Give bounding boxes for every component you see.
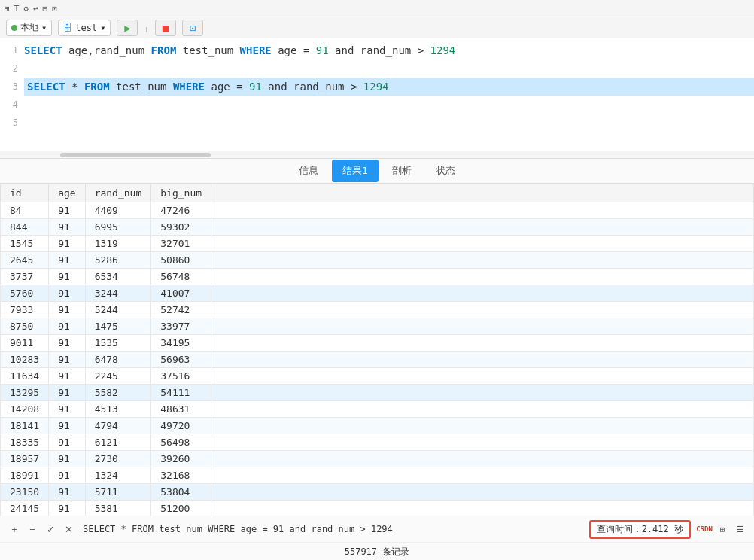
scrollbar-thumb[interactable] — [60, 153, 211, 157]
stop-button[interactable]: ■ — [155, 20, 176, 36]
run-icon: ▶ — [124, 22, 130, 34]
table-row[interactable]: 373791653456748 — [1, 268, 754, 285]
line-number-3: 3 — [0, 78, 24, 96]
col-header-big-num: big_num — [151, 184, 211, 202]
run-label: ╷ — [144, 23, 149, 32]
icon-tool[interactable]: ⚙ — [23, 4, 29, 14]
top-icon-bar: ⊞ T ⚙ ↩ ⊟ ⊡ — [0, 0, 754, 17]
db-chevron-icon: ▾ — [100, 23, 105, 33]
editor-scrollbar-h[interactable] — [0, 151, 754, 159]
icon-undo[interactable]: ↩ — [33, 4, 38, 14]
add-row-button[interactable]: + — [6, 521, 23, 537]
database-selector[interactable]: 🗄 test ▾ — [58, 20, 111, 36]
code-line-4: 4 — [0, 96, 754, 114]
table-row[interactable]: 1895791273039260 — [1, 450, 754, 467]
table-row[interactable]: 1028391647856963 — [1, 351, 754, 367]
cancel-button[interactable]: ✕ — [60, 521, 77, 537]
code-editor[interactable]: 1 SELECT age,rand_num FROM test_num WHER… — [0, 38, 754, 151]
code-content-3: SELECT * FROM test_num WHERE age = 91 an… — [24, 78, 754, 96]
table-row[interactable]: 1833591612156498 — [1, 434, 754, 450]
connection-status-dot — [11, 25, 17, 31]
status-right-icons: CSDN ⊞ ☰ — [697, 522, 748, 537]
table-body: 8491440947246844916995593021545911319327… — [1, 202, 754, 516]
query-time-badge: 查询时间：2.412 秒 — [589, 520, 691, 539]
result-table: id age rand_num big_num 8491440947246844… — [0, 184, 754, 516]
icon-minus-sq[interactable]: ⊟ — [43, 4, 48, 14]
tab-info[interactable]: 信息 — [288, 160, 329, 182]
col-header-id: id — [1, 184, 49, 202]
tab-profile[interactable]: 剖析 — [382, 160, 422, 182]
icon-grid[interactable]: ⊞ — [5, 4, 10, 14]
stop-icon: ■ — [163, 22, 169, 34]
table-row[interactable]: 2315091571153804 — [1, 483, 754, 500]
confirm-button[interactable]: ✓ — [42, 521, 59, 537]
table-row[interactable]: 2414591538151200 — [1, 500, 754, 516]
table-row[interactable]: 901191153534195 — [1, 334, 754, 351]
code-content-5 — [24, 114, 754, 132]
table-row[interactable]: 1329591558254111 — [1, 384, 754, 400]
code-content-1: SELECT age,rand_num FROM test_num WHERE … — [24, 41, 754, 59]
list-view-icon[interactable]: ☰ — [733, 522, 748, 537]
conn-chevron-icon: ▾ — [41, 23, 47, 33]
col-header-rand-num: rand_num — [85, 184, 151, 202]
connection-selector[interactable]: 本地 ▾ — [6, 20, 52, 36]
table-row[interactable]: 1814191479449720 — [1, 417, 754, 434]
table-row[interactable]: 84491699559302 — [1, 218, 754, 235]
table-row[interactable]: 1899191132432168 — [1, 467, 754, 483]
line-number-4: 4 — [0, 96, 24, 114]
table-row[interactable]: 576091324441007 — [1, 285, 754, 301]
toolbar: 本地 ▾ 🗄 test ▾ ▶ ╷ ■ ⊡ — [0, 17, 754, 38]
icon-text[interactable]: T — [14, 4, 20, 14]
database-icon: 🗄 — [63, 23, 72, 33]
table-header-row: id age rand_num big_num — [1, 184, 754, 202]
run-partial-icon: ⊡ — [190, 22, 196, 34]
main-layout: ⊞ T ⚙ ↩ ⊟ ⊡ 本地 ▾ 🗄 test ▾ ▶ ╷ ■ ⊡ — [0, 0, 754, 560]
result-table-wrapper[interactable]: id age rand_num big_num 8491440947246844… — [0, 184, 754, 516]
status-action-buttons: + − ✓ ✕ — [6, 521, 77, 537]
table-row[interactable]: 8491440947246 — [1, 202, 754, 218]
connection-label: 本地 — [20, 21, 38, 34]
line-number-2: 2 — [0, 59, 24, 78]
code-content-4 — [24, 96, 754, 114]
table-row[interactable]: 1420891451348631 — [1, 400, 754, 417]
line-number-5: 5 — [0, 114, 24, 132]
remove-row-button[interactable]: − — [24, 521, 41, 537]
record-count: 557917 条记录 — [0, 542, 754, 560]
tab-status[interactable]: 状态 — [425, 160, 466, 182]
col-header-age: age — [49, 184, 85, 202]
run-button[interactable]: ▶ — [117, 20, 138, 36]
database-label: test — [75, 23, 97, 33]
code-line-1: 1 SELECT age,rand_num FROM test_num WHER… — [0, 41, 754, 59]
line-number-1: 1 — [0, 41, 24, 59]
code-line-2: 2 — [0, 59, 754, 78]
table-row[interactable]: 264591528650860 — [1, 251, 754, 268]
status-bar: + − ✓ ✕ SELECT * FROM test_num WHERE age… — [0, 516, 754, 542]
tab-result1[interactable]: 结果1 — [332, 160, 379, 182]
code-lines: 1 SELECT age,rand_num FROM test_num WHER… — [0, 38, 754, 135]
table-row[interactable]: 1163491224537516 — [1, 367, 754, 384]
col-header-spacer — [211, 184, 754, 202]
code-line-5: 5 — [0, 114, 754, 132]
csdn-watermark: CSDN — [697, 522, 712, 537]
table-row[interactable]: 793391524452742 — [1, 301, 754, 318]
code-content-2 — [24, 59, 754, 78]
run-partial-button[interactable]: ⊡ — [182, 20, 203, 36]
icon-table-sq[interactable]: ⊡ — [52, 4, 57, 14]
status-sql-text: SELECT * FROM test_num WHERE age = 91 an… — [83, 524, 583, 534]
grid-view-icon[interactable]: ⊞ — [715, 522, 730, 537]
code-line-3: 3 SELECT * FROM test_num WHERE age = 91 … — [0, 78, 754, 96]
table-row[interactable]: 875091147533977 — [1, 318, 754, 334]
table-row[interactable]: 154591131932701 — [1, 235, 754, 251]
result-tabs: 信息 结果1 剖析 状态 — [0, 159, 754, 184]
